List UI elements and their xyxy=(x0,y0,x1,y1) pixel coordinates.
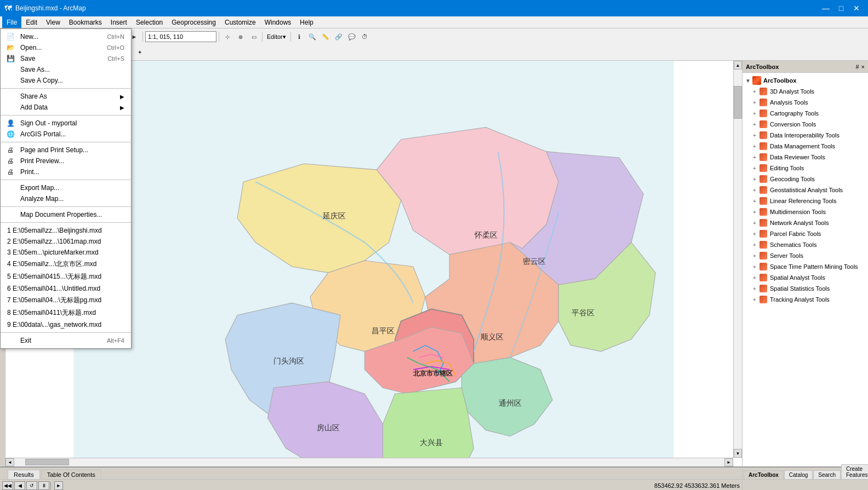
menu-recent-8[interactable]: 8 E:\05email\0411\无标题.mxd xyxy=(1,307,131,319)
scroll-left-btn[interactable]: ◄ xyxy=(5,458,14,466)
expand-icon-conversion[interactable]: + xyxy=(751,121,758,128)
html-popup-btn[interactable]: 💬 xyxy=(346,31,358,43)
nav-btn-4[interactable]: ⏸ xyxy=(38,481,49,490)
menu-recent-7[interactable]: 7 E:\05email\04...\无标题pg.mxd xyxy=(1,294,131,307)
menu-save[interactable]: 💾 Save Ctrl+S xyxy=(1,53,131,64)
expand-icon-spaceTime[interactable]: + xyxy=(751,263,758,270)
expand-icon-networkAnalyst[interactable]: + xyxy=(751,220,758,226)
expand-icon-geostatistical[interactable]: + xyxy=(751,187,758,193)
expand-icon-cartography[interactable]: + xyxy=(751,110,758,117)
tab-catalog[interactable]: Catalog xyxy=(784,470,813,479)
toolbox-item-trackingAnalyst[interactable]: + Tracking Analyst Tools xyxy=(743,294,868,305)
nav-btn-2[interactable]: ◀ xyxy=(14,481,25,490)
expand-icon-linearRef[interactable]: + xyxy=(751,198,758,204)
editor-label[interactable]: Editor▾ xyxy=(265,33,288,41)
toolbox-item-dataInterop[interactable]: + Data Interoperability Tools xyxy=(743,130,868,141)
toolbox-item-dataMgmt[interactable]: + Data Management Tools xyxy=(743,141,868,152)
toolbox-item-linearRef[interactable]: + Linear Referencing Tools xyxy=(743,195,868,206)
expand-icon-editing[interactable]: + xyxy=(751,165,758,171)
arctoolbox-pin-close[interactable]: # × xyxy=(855,64,865,70)
select-features-btn[interactable]: ⊹ xyxy=(221,31,233,43)
menu-item-selection[interactable]: Selection xyxy=(132,16,167,28)
menu-print-preview[interactable]: 🖨 Print Preview... xyxy=(1,155,131,166)
expand-icon-analysis[interactable]: + xyxy=(751,99,758,106)
measure-btn[interactable]: 📏 xyxy=(319,31,332,43)
menu-new[interactable]: 📄 New... Ctrl+N xyxy=(1,31,131,42)
map-scrollbar-horizontal[interactable]: ◄ ► xyxy=(5,458,733,466)
toolbox-item-analysis[interactable]: + Analysis Tools xyxy=(743,97,868,108)
menu-recent-3[interactable]: 3 E:\05em...\pictureMarker.mxd xyxy=(1,247,131,258)
toolbox-item-parcelFabric[interactable]: + Parcel Fabric Tools xyxy=(743,228,868,239)
scroll-thumb-v[interactable] xyxy=(734,86,742,119)
panel-close-icon[interactable]: × xyxy=(861,64,865,70)
expand-icon-spatialAnalyst[interactable]: + xyxy=(751,274,758,281)
menu-arcgis-portal[interactable]: 🌐 ArcGIS Portal... xyxy=(1,129,131,140)
expand-icon-server[interactable]: + xyxy=(751,252,758,259)
expand-icon-geocoding[interactable]: + xyxy=(751,176,758,182)
expand-icon-dataReviewer[interactable]: + xyxy=(751,154,758,160)
menu-item-edit[interactable]: Edit xyxy=(21,16,42,28)
menu-exit[interactable]: Exit Alt+F4 xyxy=(1,335,131,346)
expand-icon-dataInterop[interactable]: + xyxy=(751,132,758,139)
nav-btn-3[interactable]: ↺ xyxy=(26,481,37,490)
expand-icon-spatialStats[interactable]: + xyxy=(751,285,758,292)
menu-page-setup[interactable]: 🖨 Page and Print Setup... xyxy=(1,145,131,155)
expand-icon-schematics[interactable]: + xyxy=(751,241,758,248)
nav-btn-1[interactable]: ◀◀ xyxy=(2,481,13,490)
menu-item-help[interactable]: Help xyxy=(295,16,318,28)
root-expand-icon[interactable]: ▼ xyxy=(745,77,751,84)
identify-btn[interactable]: ℹ xyxy=(293,31,305,43)
expand-icon-multidimension[interactable]: + xyxy=(751,209,758,215)
menu-recent-6[interactable]: 6 E:\05email\041...\Untitled.mxd xyxy=(1,283,131,294)
find-btn[interactable]: 🔍 xyxy=(306,31,318,43)
hyperlink-btn[interactable]: 🔗 xyxy=(333,31,345,43)
toolbox-item-multidimension[interactable]: + Multidimension Tools xyxy=(743,206,868,217)
menu-item-insert[interactable]: Insert xyxy=(106,16,132,28)
toolbox-item-dataReviewer[interactable]: + Data Reviewer Tools xyxy=(743,152,868,163)
results-tab[interactable]: Results xyxy=(8,470,40,479)
menu-item-bookmarks[interactable]: Bookmarks xyxy=(65,16,106,28)
menu-add-data[interactable]: Add Data ▶ xyxy=(1,102,131,113)
expand-icon-3d[interactable]: + xyxy=(751,88,758,95)
nav-right-btn[interactable]: ► xyxy=(54,481,63,490)
menu-recent-1[interactable]: 1 E:\05email\zz...\Beĳingshi.mxd xyxy=(1,225,131,236)
menu-recent-4[interactable]: 4 E:\05email\z...\北京市区.mxd xyxy=(1,258,131,270)
menu-item-view[interactable]: View xyxy=(42,16,65,28)
menu-recent-9[interactable]: 9 E:\00data\...\gas_network.mxd xyxy=(1,319,131,330)
expand-icon-parcelFabric[interactable]: + xyxy=(751,230,758,237)
menu-item-file[interactable]: File xyxy=(2,16,21,28)
minimize-button[interactable]: — xyxy=(819,3,833,14)
toc-tab[interactable]: Table Of Contents xyxy=(41,470,101,479)
select-by-rect-btn[interactable]: ▭ xyxy=(248,31,260,43)
toolbox-item-3d[interactable]: + 3D Analyst Tools xyxy=(743,86,868,97)
tab-search[interactable]: Search xyxy=(813,470,841,479)
menu-recent-5[interactable]: 5 E:\05email\0415...\无标题.mxd xyxy=(1,270,131,283)
scroll-down-btn[interactable]: ▼ xyxy=(734,449,742,458)
toolbox-item-spatialAnalyst[interactable]: + Spatial Analyst Tools xyxy=(743,272,868,283)
tab-arctoolbox[interactable]: ArcToolbox xyxy=(744,470,784,479)
time-slider-btn[interactable]: ⏱ xyxy=(359,31,371,43)
toolbox-item-geostatistical[interactable]: + Geostatistical Analyst Tools xyxy=(743,185,868,195)
menu-export-map[interactable]: Export Map... xyxy=(1,182,131,193)
toolbox-item-networkAnalyst[interactable]: + Network Analyst Tools xyxy=(743,217,868,228)
maximize-button[interactable]: □ xyxy=(834,3,848,14)
map-scrollbar-vertical[interactable]: ▲ ▼ xyxy=(733,61,742,458)
tab-create-features[interactable]: Create Features xyxy=(841,464,868,479)
menu-map-doc-props[interactable]: Map Document Properties... xyxy=(1,209,131,220)
toolbox-item-conversion[interactable]: + Conversion Tools xyxy=(743,119,868,130)
toolbox-item-server[interactable]: + Server Tools xyxy=(743,250,868,261)
arctoolbox-root[interactable]: ▼ ArcToolbox xyxy=(743,75,868,86)
scroll-right-btn[interactable]: ► xyxy=(724,458,733,466)
menu-recent-2[interactable]: 2 E:\05email\zz...\1061map.mxd xyxy=(1,236,131,247)
scale-input[interactable] xyxy=(145,31,216,42)
menu-save-copy[interactable]: Save A Copy... xyxy=(1,75,131,86)
toolbox-item-cartography[interactable]: + Cartography Tools xyxy=(743,108,868,119)
effects-btn[interactable]: ✦ xyxy=(134,46,146,58)
menu-analyze-map[interactable]: Analyze Map... xyxy=(1,193,131,204)
menu-share-as[interactable]: Share As ▶ xyxy=(1,91,131,102)
menu-save-as[interactable]: Save As... xyxy=(1,64,131,75)
toolbox-item-schematics[interactable]: + Schematics Tools xyxy=(743,239,868,250)
menu-item-customize[interactable]: Customize xyxy=(220,16,260,28)
clear-selection-btn[interactable]: ⊗ xyxy=(235,31,247,43)
toolbox-item-spaceTime[interactable]: + Space Time Pattern Mining Tools xyxy=(743,261,868,272)
